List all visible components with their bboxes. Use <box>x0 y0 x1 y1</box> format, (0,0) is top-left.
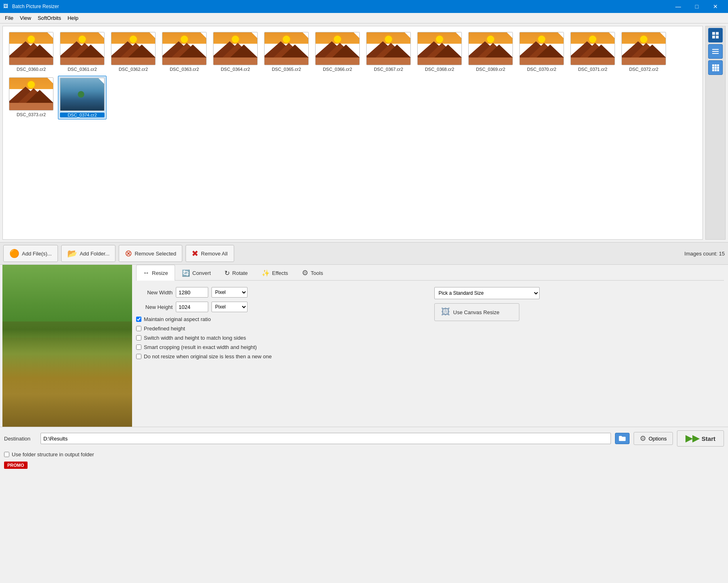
svg-rect-13 <box>712 69 714 71</box>
destination-input[interactable] <box>41 433 611 444</box>
image-name: DSC_0366.cr2 <box>315 67 360 72</box>
new-height-input[interactable] <box>176 302 208 312</box>
list-item[interactable]: DSC_0368.cr2 <box>415 30 464 73</box>
list-item[interactable]: DSC_0361.cr2 <box>58 30 107 73</box>
add-files-label: Add File(s)... <box>22 251 52 257</box>
checkbox-row: Predefined height <box>136 326 426 332</box>
remove-all-label: Remove All <box>201 251 228 257</box>
list-item[interactable]: DSC_0366.cr2 <box>313 30 362 73</box>
start-button[interactable]: ▶▶ Start <box>677 430 724 447</box>
mountain3 <box>382 45 411 59</box>
image-grid-panel[interactable]: DSC_0360.cr2 DSC_0361.cr2 <box>2 26 703 240</box>
svg-rect-6 <box>712 53 719 54</box>
image-name: DSC_0371.cr2 <box>570 67 615 72</box>
list-item[interactable]: DSC_0372.cr2 <box>619 30 668 73</box>
image-name: DSC_0370.cr2 <box>519 67 564 72</box>
thumbnail <box>213 32 258 65</box>
mountain3 <box>331 45 360 59</box>
image-name: DSC_0365.cr2 <box>264 67 309 72</box>
svg-rect-2 <box>712 36 715 38</box>
settings-panel: ↔ Resize 🔄 Convert ↻ Rotate ✨ Effects ⚙ <box>132 265 728 427</box>
menu-view[interactable]: View <box>17 14 34 22</box>
checkbox-0[interactable] <box>136 317 141 322</box>
view-grid-btn[interactable] <box>708 60 723 75</box>
menu-softorbits[interactable]: SoftOrbits <box>34 14 64 22</box>
promo-badge[interactable]: PROMO <box>4 462 28 469</box>
ground-shape <box>9 57 53 65</box>
tab-effects[interactable]: ✨ Effects <box>255 265 295 281</box>
width-unit-select[interactable]: Pixel Percent Centimeter Inch <box>211 287 248 298</box>
view-large-icon-btn[interactable] <box>708 28 723 43</box>
svg-rect-4 <box>712 49 719 50</box>
remove-selected-button[interactable]: ⊗ Remove Selected <box>119 245 182 262</box>
close-button[interactable]: ✕ <box>706 0 725 13</box>
thumbnail <box>315 32 360 65</box>
tabs: ↔ Resize 🔄 Convert ↻ Rotate ✨ Effects ⚙ <box>136 265 724 281</box>
tab-resize[interactable]: ↔ Resize <box>136 265 175 281</box>
list-item[interactable]: DSC_0371.cr2 <box>568 30 617 73</box>
use-folder-checkbox[interactable] <box>4 452 9 457</box>
list-item[interactable]: DSC_0365.cr2 <box>262 30 311 73</box>
view-list-btn[interactable] <box>708 44 723 59</box>
add-folder-button[interactable]: 📂 Add Folder... <box>61 245 116 262</box>
svg-rect-3 <box>716 36 719 38</box>
svg-rect-12 <box>717 67 719 69</box>
menu-help[interactable]: Help <box>64 14 82 22</box>
canvas-resize-button[interactable]: 🖼 Use Canvas Resize <box>434 303 519 321</box>
ground-shape <box>622 57 666 65</box>
preview-panel <box>2 265 132 427</box>
main-container: DSC_0360.cr2 DSC_0361.cr2 <box>0 23 728 583</box>
tab-tools[interactable]: ⚙ Tools <box>295 265 330 281</box>
ground-shape <box>520 57 564 65</box>
standard-size-select[interactable]: Pick a Standard Size <box>434 287 540 299</box>
destination-folder-button[interactable] <box>615 433 630 444</box>
image-name: DSC_0373.cr2 <box>9 112 54 117</box>
new-width-input[interactable] <box>176 287 208 298</box>
image-name: DSC_0362.cr2 <box>111 67 156 72</box>
tab-rotate[interactable]: ↻ Rotate <box>218 265 254 281</box>
mountain3 <box>24 90 53 104</box>
tab-convert[interactable]: 🔄 Convert <box>175 265 218 281</box>
list-item[interactable]: DSC_0374.cr2 <box>58 76 107 119</box>
tools-tab-icon: ⚙ <box>302 268 308 277</box>
thumbnail <box>60 78 105 111</box>
thumbnail <box>9 77 53 111</box>
mountain3 <box>75 45 105 59</box>
checkbox-2[interactable] <box>136 335 141 340</box>
list-item[interactable]: DSC_0363.cr2 <box>160 30 209 73</box>
thumbnail <box>519 32 564 65</box>
svg-rect-10 <box>712 67 714 69</box>
add-files-button[interactable]: 🟠 Add File(s)... <box>3 245 58 262</box>
options-button[interactable]: ⚙ Options <box>634 432 673 445</box>
minimize-button[interactable]: — <box>669 0 687 13</box>
list-item[interactable]: DSC_0362.cr2 <box>109 30 158 73</box>
checkbox-4[interactable] <box>136 354 141 359</box>
new-width-row: New Width Pixel Percent Centimeter Inch <box>136 287 426 298</box>
mountain3 <box>177 45 207 59</box>
thumbnail <box>111 32 156 65</box>
thumbnail <box>264 32 309 65</box>
new-width-label: New Width <box>136 289 173 296</box>
list-item[interactable]: DSC_0373.cr2 <box>7 76 56 119</box>
sidebar-panel <box>705 26 726 240</box>
remove-all-button[interactable]: ✖ Remove All <box>186 245 234 262</box>
mountain3 <box>24 45 53 59</box>
ground-shape <box>111 57 155 65</box>
ground-shape <box>316 57 359 65</box>
svg-rect-8 <box>715 64 717 66</box>
remove-selected-label: Remove Selected <box>134 251 176 257</box>
list-item[interactable]: DSC_0360.cr2 <box>7 30 56 73</box>
list-item[interactable]: DSC_0367.cr2 <box>364 30 413 73</box>
mountain3 <box>280 45 309 59</box>
list-item[interactable]: DSC_0364.cr2 <box>211 30 260 73</box>
canvas-resize-label: Use Canvas Resize <box>453 309 500 315</box>
menu-file[interactable]: File <box>2 14 17 22</box>
mountain3 <box>228 45 258 59</box>
maximize-button[interactable]: □ <box>687 0 706 13</box>
checkbox-3[interactable] <box>136 345 141 350</box>
remove-selected-icon: ⊗ <box>125 248 132 259</box>
height-unit-select[interactable]: Pixel Percent Centimeter Inch <box>211 302 248 312</box>
checkbox-1[interactable] <box>136 326 141 331</box>
list-item[interactable]: DSC_0370.cr2 <box>517 30 566 73</box>
list-item[interactable]: DSC_0369.cr2 <box>466 30 515 73</box>
